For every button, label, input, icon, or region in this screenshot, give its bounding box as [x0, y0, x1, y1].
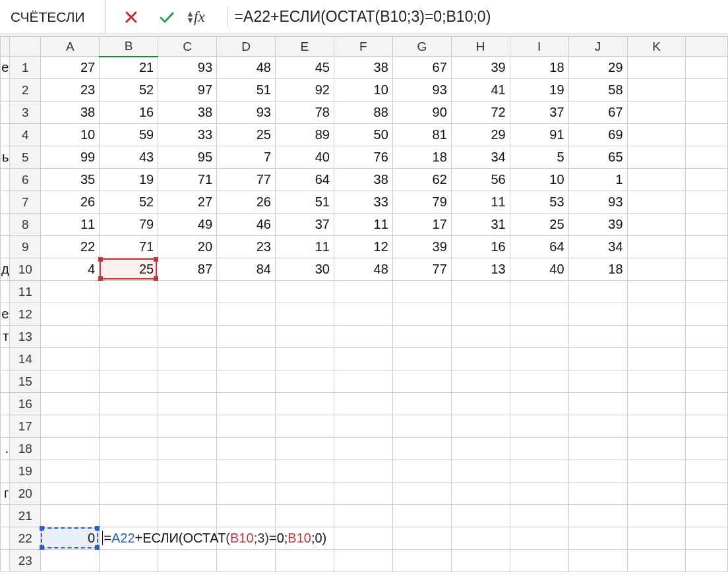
cell-i10[interactable]: 40: [510, 258, 568, 281]
cell-f12[interactable]: [334, 303, 392, 326]
cell-f18[interactable]: [334, 438, 392, 460]
cell-g18[interactable]: [392, 438, 451, 460]
cell-e8[interactable]: 37: [276, 214, 334, 236]
cell-i3[interactable]: 37: [510, 102, 568, 124]
cell-d19[interactable]: [217, 460, 276, 483]
cell-d21[interactable]: [217, 505, 276, 527]
cell-i11[interactable]: [510, 281, 568, 303]
cell-extra[interactable]: [686, 527, 728, 550]
cell-c11[interactable]: [158, 281, 217, 303]
col-header-a[interactable]: A: [41, 37, 100, 57]
cell-d14[interactable]: [217, 348, 276, 370]
cell-g14[interactable]: [392, 348, 451, 370]
cell-i19[interactable]: [510, 460, 568, 483]
row-header-21[interactable]: 21: [10, 505, 41, 527]
cell-c23[interactable]: [158, 550, 217, 572]
cell-h1[interactable]: 39: [451, 57, 510, 79]
cell-k17[interactable]: [627, 415, 686, 438]
cell-k19[interactable]: [627, 460, 686, 483]
cell-b12[interactable]: [100, 303, 158, 326]
cell-g15[interactable]: [392, 370, 451, 393]
cell-extra[interactable]: [686, 79, 728, 102]
cell-e11[interactable]: [276, 281, 334, 303]
cell-k23[interactable]: [627, 550, 686, 572]
cell-c18[interactable]: [158, 438, 217, 460]
cell-c19[interactable]: [158, 460, 217, 483]
cell-j18[interactable]: [568, 438, 627, 460]
cell-a15[interactable]: [41, 370, 100, 393]
cell-extra[interactable]: [686, 415, 728, 438]
col-header-i[interactable]: I: [510, 37, 568, 57]
cell-e5[interactable]: 40: [276, 146, 334, 169]
cell-e18[interactable]: [276, 438, 334, 460]
cell-c12[interactable]: [158, 303, 217, 326]
cell-j17[interactable]: [568, 415, 627, 438]
cell-h5[interactable]: 34: [451, 146, 510, 169]
cell-extra[interactable]: [686, 169, 728, 191]
cell-i22[interactable]: [510, 527, 568, 550]
cell-i4[interactable]: 91: [510, 124, 568, 146]
cell-b20[interactable]: [100, 483, 158, 505]
formula-input[interactable]: [228, 0, 728, 34]
cell-j5[interactable]: 65: [568, 146, 627, 169]
cell-g2[interactable]: 93: [392, 79, 451, 102]
cell-e17[interactable]: [276, 415, 334, 438]
cell-k1[interactable]: [627, 57, 686, 79]
row-header-10[interactable]: 10: [10, 258, 41, 281]
cell-k20[interactable]: [627, 483, 686, 505]
cell-a11[interactable]: [41, 281, 100, 303]
cell-j12[interactable]: [568, 303, 627, 326]
cell-g10[interactable]: 77: [392, 258, 451, 281]
cell-extra[interactable]: [686, 146, 728, 169]
cell-j21[interactable]: [568, 505, 627, 527]
cell-e4[interactable]: 89: [276, 124, 334, 146]
cell-k10[interactable]: [627, 258, 686, 281]
cell-a19[interactable]: [41, 460, 100, 483]
cell-f11[interactable]: [334, 281, 392, 303]
cell-j20[interactable]: [568, 483, 627, 505]
cell-g4[interactable]: 81: [392, 124, 451, 146]
cell-h9[interactable]: 16: [451, 236, 510, 258]
cell-f14[interactable]: [334, 348, 392, 370]
cell-f16[interactable]: [334, 393, 392, 415]
cell-h23[interactable]: [451, 550, 510, 572]
cell-k18[interactable]: [627, 438, 686, 460]
cell-b8[interactable]: 79: [100, 214, 158, 236]
cell-c15[interactable]: [158, 370, 217, 393]
cell-k4[interactable]: [627, 124, 686, 146]
cell-h15[interactable]: [451, 370, 510, 393]
col-header-h[interactable]: H: [451, 37, 510, 57]
cell-a21[interactable]: [41, 505, 100, 527]
cell-d7[interactable]: 26: [217, 191, 276, 214]
cell-a7[interactable]: 26: [41, 191, 100, 214]
cell-g13[interactable]: [392, 326, 451, 348]
cell-d6[interactable]: 77: [217, 169, 276, 191]
cell-f13[interactable]: [334, 326, 392, 348]
cell-c17[interactable]: [158, 415, 217, 438]
cell-b13[interactable]: [100, 326, 158, 348]
cell-h12[interactable]: [451, 303, 510, 326]
cell-i12[interactable]: [510, 303, 568, 326]
cell-e1[interactable]: 45: [276, 57, 334, 79]
cell-b1[interactable]: 21: [100, 57, 158, 79]
row-header-15[interactable]: 15: [10, 370, 41, 393]
cell-k13[interactable]: [627, 326, 686, 348]
cell-extra[interactable]: [686, 370, 728, 393]
cell-e20[interactable]: [276, 483, 334, 505]
cell-a6[interactable]: 35: [41, 169, 100, 191]
row-header-9[interactable]: 9: [10, 236, 41, 258]
accept-button[interactable]: [158, 9, 175, 26]
row-header-2[interactable]: 2: [10, 79, 41, 102]
cell-j22[interactable]: [568, 527, 627, 550]
row-header-13[interactable]: 13: [10, 326, 41, 348]
cell-g16[interactable]: [392, 393, 451, 415]
cell-g3[interactable]: 90: [392, 102, 451, 124]
cell-c3[interactable]: 38: [158, 102, 217, 124]
row-header-17[interactable]: 17: [10, 415, 41, 438]
cell-a22[interactable]: 0: [41, 527, 100, 550]
cell-f5[interactable]: 76: [334, 146, 392, 169]
cell-k21[interactable]: [627, 505, 686, 527]
cell-a3[interactable]: 38: [41, 102, 100, 124]
col-header-d[interactable]: D: [217, 37, 276, 57]
col-header-e[interactable]: E: [276, 37, 334, 57]
